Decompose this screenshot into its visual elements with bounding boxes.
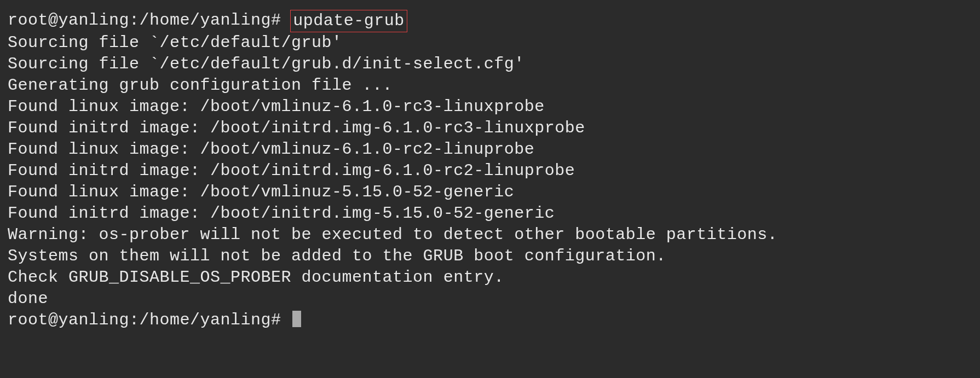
output-line: Found linux image: /boot/vmlinuz-5.15.0-…: [8, 182, 972, 203]
terminal-window[interactable]: root@yanling:/home/yanling# update-grub …: [8, 10, 972, 331]
output-line: Generating grub configuration file ...: [8, 75, 972, 96]
output-line: Warning: os-prober will not be executed …: [8, 224, 972, 246]
output-line: Found initrd image: /boot/initrd.img-5.1…: [8, 203, 972, 224]
prompt-space: [281, 310, 292, 331]
prompt-line-1: root@yanling:/home/yanling# update-grub: [8, 10, 972, 32]
prompt-separator: :: [129, 10, 140, 31]
command-highlight-box: update-grub: [290, 10, 407, 32]
prompt-line-2[interactable]: root@yanling:/home/yanling#: [8, 310, 972, 331]
prompt-separator: :: [129, 310, 140, 331]
output-line: done: [8, 288, 972, 310]
prompt-user-host: root@yanling: [8, 310, 129, 331]
output-line: Systems on them will not be added to the…: [8, 246, 972, 267]
output-line: Found linux image: /boot/vmlinuz-6.1.0-r…: [8, 139, 972, 160]
cursor-icon: [292, 311, 301, 327]
output-line: Found initrd image: /boot/initrd.img-6.1…: [8, 118, 972, 139]
output-line: Sourcing file `/etc/default/grub.d/init-…: [8, 54, 972, 75]
output-line: Check GRUB_DISABLE_OS_PROBER documentati…: [8, 267, 972, 288]
prompt-path: /home/yanling: [140, 310, 272, 331]
prompt-user-host: root@yanling: [8, 10, 129, 31]
prompt-path: /home/yanling: [140, 10, 272, 31]
command-text: update-grub: [293, 11, 405, 30]
output-line: Found linux image: /boot/vmlinuz-6.1.0-r…: [8, 96, 972, 118]
prompt-sigil: #: [271, 310, 281, 331]
output-line: Sourcing file `/etc/default/grub': [8, 32, 972, 54]
output-line: Found initrd image: /boot/initrd.img-6.1…: [8, 160, 972, 182]
prompt-sigil: #: [271, 10, 281, 31]
